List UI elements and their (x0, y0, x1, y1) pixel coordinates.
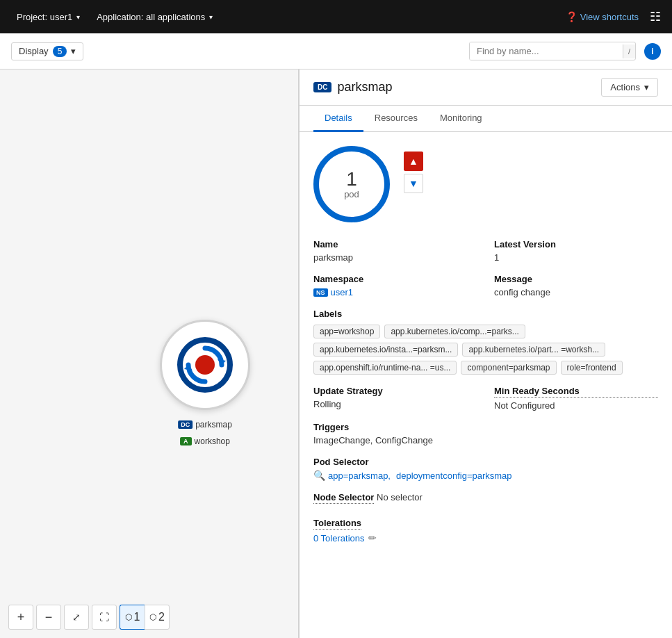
display-arrow-icon: ▾ (71, 46, 76, 56)
latest-version-field: Latest Version 1 (494, 239, 658, 263)
label-tag[interactable]: app.kubernetes.io/insta...=parksm... (313, 343, 458, 357)
fit-button[interactable]: ⤢ (64, 605, 89, 630)
actions-arrow-icon: ▾ (644, 82, 649, 92)
application-arrow-icon: ▾ (209, 13, 213, 21)
min-ready-label: Min Ready Seconds (494, 386, 658, 398)
display-label: Display (19, 46, 49, 56)
canvas-toolbar: + − ⤢ ⛶ ⬡ 1 ⬡ 2 (8, 605, 170, 630)
svg-marker-4 (184, 365, 192, 370)
pod-selector-link: 🔍 app=parksmap, deploymentconfig=parksma… (313, 470, 658, 481)
info-icon[interactable]: i (644, 43, 661, 60)
min-ready-value: Not Configured (494, 400, 658, 411)
detail-dc-badge: DC (313, 82, 331, 92)
pod-selector-link1[interactable]: app=parksmap, (328, 471, 391, 481)
pod-count: 1 (346, 170, 357, 189)
svg-marker-3 (218, 359, 226, 365)
scale-up-button[interactable]: ▲ (404, 152, 423, 171)
label-tag[interactable]: role=frontend (561, 361, 623, 375)
tolerations-link[interactable]: 0 Tolerations ✏ (313, 532, 658, 543)
question-circle-icon: ❓ (566, 11, 577, 22)
search-kbd: / (623, 44, 635, 58)
detail-content: 1 pod ▲ ▼ Name parksmap Latest Version 1 (300, 132, 672, 557)
node-label-dc: DC parksmap (178, 420, 232, 430)
labels-section: Labels app=workshop app.kubernetes.io/co… (313, 309, 658, 375)
search-bar: / (469, 42, 636, 60)
filter1-button[interactable]: ⬡ 1 (120, 605, 145, 630)
labels-label: Labels (313, 309, 658, 319)
node-circle (160, 320, 250, 410)
project-dropdown[interactable]: Project: user1 ▾ (11, 9, 85, 25)
top-nav-right: ❓ View shortcuts ☷ (566, 9, 661, 24)
toolbar: Display 5 ▾ / i (0, 33, 672, 69)
triggers-field: Triggers ImageChange, ConfigChange (313, 422, 477, 445)
filter2-icon: ⬡ (149, 612, 156, 622)
zoom-in-button[interactable]: + (8, 605, 33, 630)
namespace-value: NS user1 (313, 287, 477, 297)
node-selector-label: Node Selector (313, 492, 374, 504)
svg-point-2 (195, 355, 215, 375)
detail-tabs: Details Resources Monitoring (300, 106, 672, 132)
top-nav: Project: user1 ▾ Application: all applic… (0, 0, 672, 33)
basic-fields: Name parksmap Latest Version 1 Namespace… (313, 239, 658, 297)
app-badge: A (180, 437, 192, 445)
name-label: Name (313, 239, 477, 250)
tab-resources[interactable]: Resources (363, 106, 429, 132)
node-label-app: A workshop (180, 436, 230, 446)
tab-details[interactable]: Details (313, 106, 363, 132)
ns-badge: NS (313, 288, 328, 297)
filter1-icon: ⬡ (125, 612, 132, 622)
zoom-out-button[interactable]: − (36, 605, 61, 630)
pod-selector-section: Pod Selector 🔍 app=parksmap, deploymentc… (313, 457, 658, 481)
label-tag[interactable]: app.kubernetes.io/part... =worksh... (462, 343, 605, 357)
project-label: Project: user1 (17, 12, 72, 22)
application-label: Application: all applications (97, 12, 205, 22)
pod-selector-link2[interactable]: deploymentconfig=parksmap (396, 471, 512, 481)
filter-group: ⬡ 1 ⬡ 2 (120, 605, 170, 630)
application-dropdown[interactable]: Application: all applications ▾ (91, 9, 218, 25)
app-name: workshop (195, 436, 230, 446)
label-tags: app=workshop app.kubernetes.io/comp...=p… (313, 325, 658, 375)
edit-icon[interactable]: ✏ (368, 532, 377, 543)
scale-down-button[interactable]: ▼ (404, 174, 423, 193)
latest-version-value: 1 (494, 252, 658, 263)
namespace-link[interactable]: user1 (331, 287, 354, 297)
filter2-button[interactable]: ⬡ 2 (145, 605, 170, 630)
pod-label: pod (344, 189, 359, 199)
name-value: parksmap (313, 252, 477, 263)
label-tag[interactable]: app=workshop (313, 325, 380, 338)
triggers-label: Triggers (313, 422, 477, 432)
detail-title-text: parksmap (337, 80, 392, 95)
actions-button[interactable]: Actions ▾ (601, 78, 658, 97)
grid-view-icon[interactable]: ☷ (650, 9, 661, 24)
search-link-icon: 🔍 (313, 470, 325, 481)
canvas-node[interactable]: DC parksmap A workshop (160, 320, 250, 410)
triggers-value: ImageChange, ConfigChange (313, 435, 477, 445)
namespace-field: Namespace NS user1 (313, 274, 477, 297)
label-tag[interactable]: component=parksmap (461, 361, 556, 375)
tolerations-label: Tolerations (313, 518, 361, 530)
detail-panel: DC parksmap Actions ▾ Details Resources … (299, 69, 672, 638)
update-strategy-value: Rolling (313, 399, 477, 409)
pod-circle: 1 pod (313, 146, 390, 222)
expand-button[interactable]: ⛶ (92, 605, 117, 630)
strategy-fields: Update Strategy Rolling Min Ready Second… (313, 386, 658, 445)
latest-version-label: Latest Version (494, 239, 658, 250)
display-dropdown[interactable]: Display 5 ▾ (11, 42, 83, 60)
dc-badge: DC (178, 420, 192, 429)
tab-monitoring[interactable]: Monitoring (429, 106, 493, 132)
namespace-label: Namespace (313, 274, 477, 284)
view-shortcuts-link[interactable]: ❓ View shortcuts (566, 11, 639, 22)
label-tag[interactable]: app.kubernetes.io/comp...=parks... (384, 325, 525, 338)
message-field: Message config change (494, 274, 658, 297)
pod-circle-container: 1 pod (313, 146, 390, 222)
update-strategy-label: Update Strategy (313, 386, 477, 396)
topology-canvas: DC parksmap A workshop + − ⤢ ⛶ ⬡ 1 ⬡ 2 (0, 69, 299, 638)
node-selector-section: Node Selector No selector (313, 492, 658, 507)
label-tag[interactable]: app.openshift.io/runtime-na... =us... (313, 361, 457, 375)
main-layout: DC parksmap A workshop + − ⤢ ⛶ ⬡ 1 ⬡ 2 (0, 69, 672, 638)
node-selector-value: No selector (377, 492, 423, 502)
tolerations-link-text: 0 Tolerations (313, 533, 364, 543)
search-input[interactable] (470, 42, 623, 60)
detail-title: DC parksmap (313, 80, 392, 95)
message-value: config change (494, 287, 658, 297)
